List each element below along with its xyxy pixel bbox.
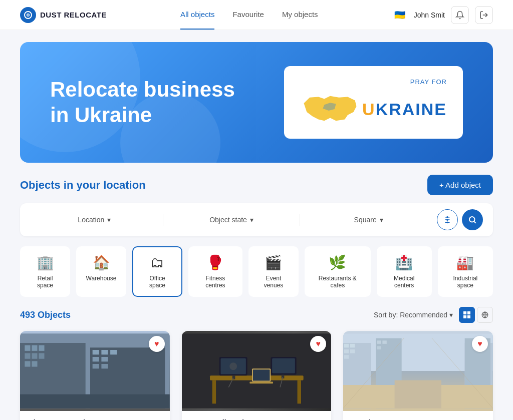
- state-chevron: ▾: [250, 216, 253, 224]
- user-name: John Smit: [414, 11, 445, 19]
- svg-point-44: [229, 362, 237, 370]
- card-body-1: Green Valley Plaza ✔ 15 Innovation Stree…: [182, 411, 332, 420]
- card-fav-2[interactable]: ♥: [472, 336, 488, 352]
- notification-button[interactable]: [451, 6, 469, 24]
- search-button[interactable]: [462, 209, 483, 230]
- svg-rect-46: [272, 358, 295, 373]
- svg-rect-27: [32, 361, 37, 366]
- svg-rect-22: [39, 345, 44, 351]
- svg-rect-59: [344, 355, 349, 358]
- square-filter[interactable]: Square ▾: [304, 211, 433, 229]
- medical-icon: 🏥: [395, 254, 413, 271]
- card-1[interactable]: ♥ Green Valley Plaza ✔ 15 Innovation Str…: [182, 331, 332, 420]
- cards-grid: ♥ Riverstone Business Center ✔ 10 Rivers…: [20, 331, 493, 420]
- svg-rect-39: [212, 380, 215, 404]
- category-warehouse[interactable]: 🏠 Warehouse: [76, 246, 126, 297]
- view-toggle: [459, 307, 493, 323]
- square-chevron: ▾: [380, 216, 383, 224]
- card-title-1: Green Valley Plaza ✔: [190, 418, 324, 420]
- svg-rect-62: [383, 340, 387, 344]
- svg-rect-35: [101, 364, 108, 368]
- svg-rect-23: [25, 353, 30, 359]
- svg-rect-32: [93, 357, 99, 361]
- logo[interactable]: DUST RELOCATE: [20, 7, 107, 23]
- nav-my-objects[interactable]: My objects: [282, 0, 318, 30]
- ukraine-map-icon: [300, 92, 360, 127]
- category-fitness[interactable]: 🥊 Fitness centres: [188, 246, 242, 297]
- svg-point-2: [28, 14, 29, 16]
- ukraine-label: UKRAINE: [362, 100, 447, 119]
- logout-button[interactable]: [475, 6, 493, 24]
- svg-rect-63: [377, 346, 381, 350]
- svg-rect-55: [344, 344, 349, 347]
- svg-rect-36: [20, 394, 170, 408]
- card-image-0: ♥: [20, 331, 170, 411]
- svg-rect-33: [101, 357, 108, 361]
- svg-rect-61: [377, 340, 381, 344]
- brand-name: DUST RELOCATE: [40, 11, 107, 19]
- svg-point-10: [469, 217, 475, 222]
- svg-rect-30: [101, 350, 108, 354]
- svg-rect-56: [350, 344, 355, 347]
- object-state-filter[interactable]: Object state ▾: [167, 211, 296, 229]
- location-filter[interactable]: Location ▾: [30, 211, 159, 229]
- hero-banner: Relocate business in Ukraine PRAY FOR UK…: [20, 42, 493, 163]
- svg-rect-31: [110, 350, 117, 354]
- svg-rect-13: [467, 311, 470, 314]
- svg-rect-24: [32, 353, 37, 359]
- svg-rect-12: [463, 311, 466, 314]
- svg-rect-14: [463, 315, 466, 318]
- sort-section: Sort by: Recommended ▾: [374, 307, 493, 323]
- list-view-button[interactable]: [459, 307, 475, 323]
- events-icon: 🎬: [265, 254, 282, 271]
- filter-divider-1: [163, 214, 163, 226]
- svg-rect-34: [93, 364, 99, 368]
- card-title-2: Sunrise Tower ✔: [351, 418, 485, 420]
- industrial-icon: 🏭: [456, 254, 474, 271]
- verified-icon-0: ✔: [131, 418, 137, 421]
- nav-favourite[interactable]: Favourite: [232, 0, 264, 30]
- svg-rect-29: [93, 350, 99, 354]
- svg-rect-50: [249, 381, 273, 383]
- card-body-0: Riverstone Business Center ✔ 10 Riversid…: [20, 411, 170, 420]
- svg-rect-25: [39, 353, 44, 359]
- filter-divider-2: [300, 214, 300, 226]
- svg-rect-57: [344, 349, 349, 353]
- office-icon: 🗂: [150, 254, 164, 271]
- categories-bar: 🏢 Retail space 🏠 Warehouse 🗂 Office spac…: [20, 246, 493, 297]
- filter-options-button[interactable]: [437, 209, 458, 230]
- svg-rect-20: [25, 345, 30, 351]
- verified-icon-2: ✔: [406, 418, 412, 421]
- svg-rect-15: [467, 315, 470, 318]
- category-office[interactable]: 🗂 Office space: [132, 246, 182, 297]
- card-2[interactable]: ♥ Sunrise Tower ✔ 24 Liberty Avenue, Iva…: [343, 331, 493, 420]
- section-title: Objects in your location: [20, 179, 146, 192]
- card-0[interactable]: ♥ Riverstone Business Center ✔ 10 Rivers…: [20, 331, 170, 420]
- location-chevron: ▾: [107, 216, 111, 224]
- pray-for-label: PRAY FOR: [410, 78, 447, 86]
- main-nav: All objects Favourite My objects: [180, 0, 318, 30]
- category-medical[interactable]: 🏥 Medical centers: [377, 246, 432, 297]
- svg-rect-21: [32, 345, 37, 351]
- add-object-button[interactable]: + Add object: [427, 175, 493, 195]
- card-fav-0[interactable]: ♥: [149, 336, 165, 352]
- sort-label: Sort by: Recommended ▾: [374, 311, 453, 319]
- category-events[interactable]: 🎬 Event venues: [248, 246, 299, 297]
- svg-rect-40: [297, 380, 301, 404]
- card-body-2: Sunrise Tower ✔ 24 Liberty Avenue, Ivano…: [343, 411, 493, 420]
- svg-rect-26: [25, 361, 30, 366]
- category-restaurants[interactable]: 🌿 Restaurants & cafes: [305, 246, 370, 297]
- card-title-0: Riverstone Business Center ✔: [28, 418, 162, 420]
- header: DUST RELOCATE All objects Favourite My o…: [0, 0, 513, 30]
- section-header: Objects in your location + Add object: [20, 175, 493, 195]
- retail-icon: 🏢: [37, 254, 54, 271]
- svg-line-11: [474, 221, 476, 223]
- nav-all-objects[interactable]: All objects: [180, 0, 214, 30]
- svg-rect-49: [253, 369, 270, 380]
- svg-rect-69: [395, 380, 441, 408]
- filters-bar: Location ▾ Object state ▾ Square ▾: [20, 203, 493, 236]
- category-retail[interactable]: 🏢 Retail space: [20, 246, 70, 297]
- map-view-button[interactable]: [477, 307, 493, 323]
- category-industrial[interactable]: 🏭 Industrial space: [438, 246, 493, 297]
- restaurants-icon: 🌿: [329, 254, 346, 271]
